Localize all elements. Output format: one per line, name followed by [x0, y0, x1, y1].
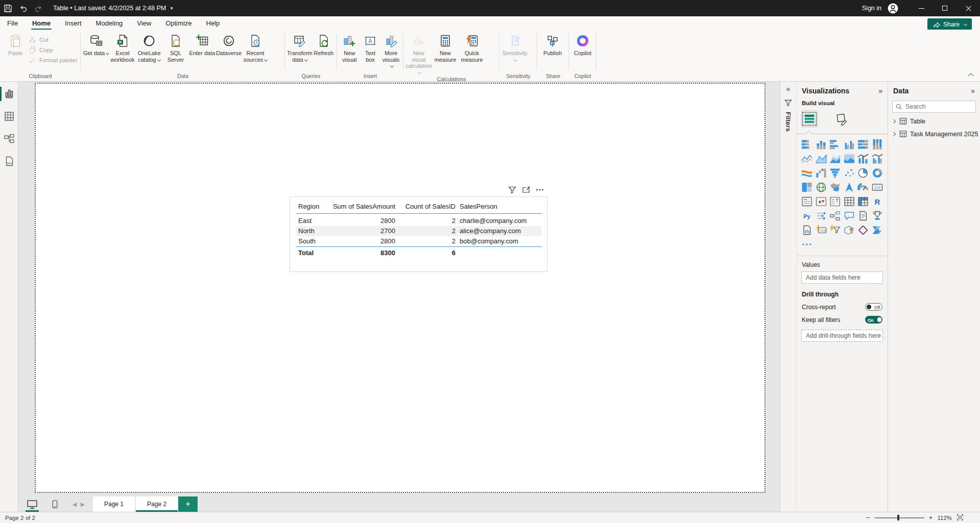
recent-sources-button[interactable]: Recent sources [242, 32, 269, 63]
viz-line-chart-icon[interactable] [801, 153, 812, 164]
fit-to-page-icon[interactable] [957, 514, 964, 522]
viz-smart-narrative-icon[interactable] [857, 210, 869, 221]
rail-dax-query-view[interactable]: DAX [0, 151, 18, 171]
viz-scatter-chart-icon[interactable] [844, 167, 855, 179]
viz-azure-map-icon[interactable] [844, 182, 855, 193]
zoom-out-button[interactable]: − [866, 514, 870, 521]
viz-card-new-icon[interactable]: 123 [816, 225, 827, 236]
viz-gauge-icon[interactable] [857, 182, 869, 193]
viz-stacked-area-chart-icon[interactable] [829, 153, 841, 164]
viz-arcgis-map-icon[interactable] [844, 225, 855, 236]
column-header[interactable]: Region [296, 201, 328, 214]
viz-treemap-icon[interactable] [801, 182, 812, 193]
viz-qa-visual-icon[interactable] [844, 210, 855, 221]
viz-decomposition-tree-icon[interactable] [829, 210, 841, 221]
menu-modeling[interactable]: Modeling [89, 16, 130, 30]
report-canvas[interactable]: RegionSum of SalesAmountCount of SalesID… [18, 82, 780, 512]
copilot-button[interactable]: Copilot [571, 32, 594, 57]
rail-model-view[interactable] [0, 129, 18, 149]
field-table-task-management-2025[interactable]: Task Management 2025 [888, 128, 980, 140]
avatar[interactable] [888, 3, 898, 14]
menu-home[interactable]: Home [25, 16, 58, 30]
table-row[interactable]: East28002charlie@company.com [296, 214, 542, 226]
menu-view[interactable]: View [130, 16, 158, 30]
new-page-button[interactable]: + [178, 496, 198, 512]
quick-measure-button[interactable]: Quick measure [459, 32, 485, 63]
column-header[interactable]: SalesPerson [458, 201, 542, 214]
viz-slicer-new-icon[interactable] [829, 225, 841, 236]
new-visual-calculation-button[interactable]: fxNew visual calculation [405, 32, 432, 76]
expand-chevron-icon[interactable] [892, 132, 896, 136]
field-table-table[interactable]: Table [888, 115, 980, 128]
next-page-arrow[interactable]: ▶ [79, 496, 87, 512]
table-row[interactable]: North27002alice@company.com [296, 226, 542, 236]
mobile-layout-button[interactable] [47, 496, 62, 512]
collapse-data-icon[interactable]: » [971, 87, 975, 95]
menu-help[interactable]: Help [199, 16, 227, 30]
sql-server-button[interactable]: SQL Server [162, 32, 189, 63]
page-tab-page-1[interactable]: Page 1 [93, 496, 135, 512]
copy-button[interactable]: Copy [29, 45, 78, 55]
column-header[interactable]: Sum of SalesAmount [328, 201, 397, 214]
viz-power-apps-icon[interactable] [857, 225, 869, 236]
viz-100-stacked-column-chart-icon[interactable] [872, 139, 883, 150]
page-tab-page-2[interactable]: Page 2 [136, 496, 178, 512]
collapse-visualizations-icon[interactable]: » [878, 87, 882, 95]
minimize-button[interactable] [910, 0, 933, 16]
viz-table-icon[interactable] [844, 196, 855, 207]
excel-workbook-button[interactable]: XExcel workbook [109, 32, 136, 63]
prev-page-arrow[interactable]: ◀ [70, 496, 79, 512]
viz-key-influencers-icon[interactable] [816, 210, 827, 221]
viz-area-chart-icon[interactable] [816, 153, 827, 164]
desktop-layout-button[interactable] [25, 496, 40, 512]
publish-button[interactable]: Publish [539, 32, 566, 57]
viz-card-icon[interactable]: 123 [872, 182, 883, 193]
viz-slicer-icon[interactable] [829, 196, 841, 207]
save-icon[interactable] [0, 0, 15, 16]
cut-button[interactable]: Cut [29, 35, 78, 45]
viz-donut-chart-icon[interactable] [872, 167, 883, 179]
tab-build-visual[interactable] [801, 110, 818, 128]
expand-chevron-icon[interactable] [892, 119, 896, 123]
enter-data-button[interactable]: Enter data [189, 32, 216, 57]
keep-all-filters-toggle[interactable]: On [865, 316, 882, 323]
filters-pane-label[interactable]: Filters [784, 112, 792, 132]
viz-clustered-bar-chart-icon[interactable] [829, 139, 841, 150]
column-header[interactable]: Count of SalesID [397, 201, 458, 214]
viz-map-icon[interactable] [816, 182, 827, 193]
onelake-catalog-button[interactable]: OneLake catalog [136, 32, 162, 63]
viz-r-script-visual-icon[interactable]: R [872, 196, 883, 207]
dataverse-button[interactable]: Dataverse [216, 32, 242, 57]
document-title[interactable]: Table • Last saved: 4/2/2025 at 2:48 PM▼ [53, 5, 174, 12]
viz-metrics-icon[interactable] [872, 210, 883, 221]
close-button[interactable] [957, 0, 980, 16]
drill-through-field-well[interactable]: Add drill-through fields here [801, 330, 883, 342]
menu-file[interactable]: File [0, 16, 25, 30]
zoom-slider-handle[interactable] [897, 515, 899, 520]
viz-filled-map-icon[interactable] [829, 182, 841, 193]
tab-format-visual[interactable] [833, 111, 849, 127]
sign-in-button[interactable]: Sign in [862, 5, 881, 12]
report-page[interactable]: RegionSum of SalesAmountCount of SalesID… [35, 83, 766, 493]
menu-optimize[interactable]: Optimize [158, 16, 199, 30]
new-measure-button[interactable]: New measure [432, 32, 459, 63]
zoom-slider[interactable] [875, 517, 924, 518]
more-options-icon[interactable] [536, 186, 544, 194]
viz-kpi-icon[interactable] [816, 196, 827, 207]
get-data-button[interactable]: Get data [83, 32, 109, 57]
table-row[interactable]: South28002bob@company.com [296, 236, 542, 247]
rail-report-view[interactable] [0, 84, 18, 104]
refresh-button[interactable]: Refresh [313, 32, 335, 57]
filter-icon[interactable] [508, 186, 516, 194]
viz-ribbon-chart-icon[interactable] [801, 167, 812, 179]
new-visual-button[interactable]: New visual [339, 32, 360, 63]
viz-funnel-chart-icon[interactable] [829, 167, 841, 179]
collapse-ribbon-icon[interactable] [968, 73, 973, 79]
share-button[interactable]: Share [927, 18, 972, 31]
viz-waterfall-chart-icon[interactable] [816, 167, 827, 179]
undo-icon[interactable] [15, 0, 31, 16]
rail-table-view[interactable] [0, 106, 18, 127]
viz-pie-chart-icon[interactable] [857, 167, 869, 179]
text-box-button[interactable]: AText box [360, 32, 381, 63]
redo-icon[interactable] [31, 0, 46, 16]
